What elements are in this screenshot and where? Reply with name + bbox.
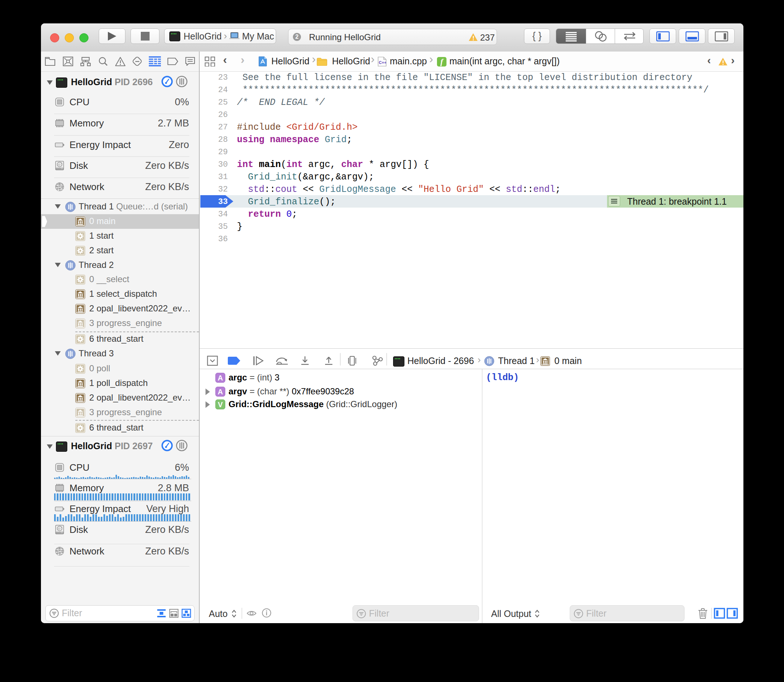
svg-text:C++: C++ bbox=[379, 60, 386, 65]
